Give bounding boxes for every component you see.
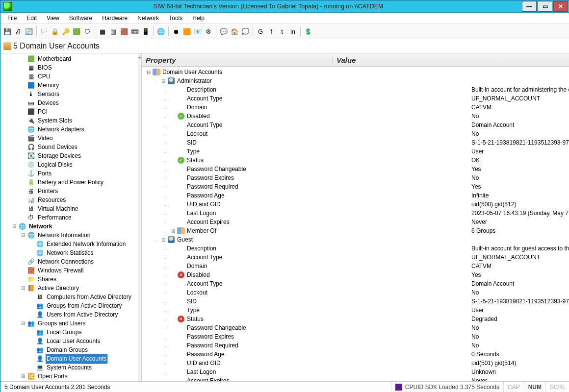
detail-toggle[interactable]: ⊟ [146, 70, 152, 75]
detail-row[interactable]: …⊟Administrator [142, 76, 569, 85]
tree-item[interactable]: 🌐Network Statistics [0, 248, 138, 257]
detail-row[interactable]: …Account TypeUF_NORMAL_ACCOUNT [142, 253, 569, 262]
detail-row[interactable]: …✓StatusOK [142, 156, 569, 165]
detail-row[interactable]: …Password RequiredYes [142, 182, 569, 191]
tree-item[interactable]: 🌐Network Adapters [0, 125, 138, 134]
tree-item[interactable]: 🖴Devices [0, 98, 138, 107]
detail-row[interactable]: …Account ExpiresNever [142, 218, 569, 226]
toolbar-button[interactable]: ▦ [98, 26, 107, 36]
tree-item[interactable]: 👤Users from Active Directory [0, 310, 138, 319]
detail-row[interactable]: …UID and GIDuid(500) gid(512) [142, 200, 569, 209]
tree-item[interactable]: 🖨Printers [0, 187, 138, 196]
tree-item[interactable]: ⏱Performance [0, 213, 138, 222]
menu-file[interactable]: File [2, 14, 22, 23]
detail-row[interactable]: …Password RequiredNo [142, 341, 569, 350]
tree-item[interactable]: 👥Local Groups [0, 328, 138, 337]
toolbar-button[interactable]: 🏳️ [39, 26, 49, 36]
tree-item[interactable]: ⚓Ports [0, 169, 138, 178]
tree-item[interactable]: ⊟👥Groups and Users [0, 319, 138, 328]
toolbar-button[interactable]: 🖨 [13, 26, 23, 36]
detail-row[interactable]: …✓DisabledNo [142, 112, 569, 121]
toolbar-button[interactable]: 📼 [130, 26, 140, 36]
toolbar-button[interactable]: 🟫 [119, 26, 129, 36]
tree-item[interactable]: 👥Domain Groups [0, 345, 138, 354]
detail-row[interactable]: …Password ChangeableYes [142, 165, 569, 173]
menu-network[interactable]: Network [132, 14, 164, 23]
tree-item[interactable]: 👤Domain User Accounts [0, 354, 138, 363]
tree-toggle[interactable]: ⊟ [20, 231, 26, 240]
menu-software[interactable]: Software [64, 14, 97, 23]
detail-row[interactable]: …Last LogonUnknown [142, 368, 569, 376]
detail-row[interactable]: …✕DisabledYes [142, 270, 569, 279]
tree-item[interactable]: 🎬Video [0, 134, 138, 143]
toolbar-button[interactable]: 🔄 [24, 26, 34, 36]
detail-row[interactable]: …Account TypeUF_NORMAL_ACCOUNT [142, 94, 569, 103]
tree-item[interactable]: 🟦Memory [0, 81, 138, 90]
detail-row[interactable]: …⊞Member Of6 Groups [142, 226, 569, 235]
tree-scroll[interactable]: 🟩Motherboard▦BIOS▥CPU🟦Memory🌡Sensors🖴Dev… [0, 53, 138, 381]
close-button[interactable]: ✕ [553, 1, 568, 12]
toolbar-button[interactable]: 📧 [193, 26, 203, 36]
toolbar-button[interactable]: t [277, 26, 287, 36]
tree-item[interactable]: 🌡Sensors [0, 90, 138, 98]
toolbar-button[interactable]: ▥ [108, 26, 118, 36]
tree-item[interactable]: 📁Shares [0, 275, 138, 284]
tree-toggle[interactable]: ⊞ [20, 372, 26, 381]
detail-row[interactable]: …Account TypeDomain Account [142, 279, 569, 288]
toolbar-button[interactable]: 🔒 [50, 26, 60, 36]
toolbar-button[interactable]: ⚙ [204, 26, 213, 36]
detail-row[interactable]: …Last Logon2023-05-07 16:43:19 (Sunday, … [142, 209, 569, 218]
detail-row[interactable]: …Password Age0 Seconds [142, 350, 569, 359]
tree-item[interactable]: ⊞🔀Open Ports [0, 372, 138, 381]
detail-row[interactable]: …Password ExpiresNo [142, 332, 569, 341]
detail-row[interactable]: …LockoutNo [142, 288, 569, 297]
tree-item[interactable]: ⊟📙Active Directory [0, 284, 138, 293]
tree-item[interactable]: 🔌System Slots [0, 116, 138, 125]
detail-toggle[interactable]: ⊞ [170, 228, 176, 234]
tree-item[interactable]: ⊟🌐Network Information [0, 231, 138, 240]
detail-row[interactable]: …SIDS-1-5-21-193819821-1193512393-978025… [142, 138, 569, 147]
toolbar-button[interactable]: 🟧 [182, 26, 192, 36]
detail-row[interactable]: ⊟Domain User Accounts [142, 68, 569, 76]
tree-toggle[interactable]: ⊟ [20, 284, 26, 293]
tree-item[interactable]: ⬛PCI [0, 107, 138, 116]
detail-row[interactable]: …DomainCATVM [142, 262, 569, 270]
toolbar-button[interactable]: 💭 [240, 26, 250, 36]
tree-item[interactable]: 🔋Battery and Power Policy [0, 178, 138, 187]
detail-row[interactable]: …TypeUser [142, 147, 569, 156]
tree-toggle[interactable]: ⊟ [11, 222, 17, 231]
col-property[interactable]: Property [142, 56, 333, 64]
tree-item[interactable]: 🎧Sound Devices [0, 143, 138, 151]
tree-item[interactable]: 🖥Virtual Machine [0, 204, 138, 213]
minimize-button[interactable]: — [522, 1, 537, 12]
toolbar-button[interactable]: 💲 [303, 26, 313, 36]
tree-item[interactable]: ▥CPU [0, 72, 138, 81]
detail-row[interactable]: …⊟Guest [142, 235, 569, 244]
tree-item[interactable]: 📊Resources [0, 196, 138, 204]
tree-item[interactable]: 🟩Motherboard [0, 54, 138, 63]
detail-row[interactable]: …UID and GIDuid(501) gid(514) [142, 359, 569, 368]
toolbar-button[interactable]: 🔑 [61, 26, 71, 36]
tree-item[interactable]: ▦BIOS [0, 63, 138, 72]
maximize-button[interactable]: ▭ [538, 1, 552, 12]
toolbar-button[interactable]: f [266, 26, 276, 36]
toolbar-button[interactable]: 🏠 [230, 26, 239, 36]
toolbar-button[interactable]: 🛡 [82, 26, 92, 36]
detail-row[interactable]: …Password ExpiresNo [142, 173, 569, 182]
detail-row[interactable]: …✕StatusDegraded [142, 315, 569, 323]
tree-item[interactable]: 👤Local User Accounts [0, 337, 138, 345]
detail-row[interactable]: …SIDS-1-5-21-193819821-1193512393-978025… [142, 297, 569, 306]
menu-hardware[interactable]: Hardware [97, 14, 132, 23]
col-value[interactable]: Value [333, 56, 569, 64]
detail-row[interactable]: …Account TypeDomain Account [142, 121, 569, 129]
tree-item[interactable]: 💿Logical Disks [0, 160, 138, 169]
detail-row[interactable]: …DescriptionBuilt-in account for adminis… [142, 85, 569, 94]
tree-toggle[interactable]: ⊟ [20, 319, 26, 328]
toolbar-button[interactable]: G [256, 26, 265, 36]
detail-row[interactable]: …DescriptionBuilt-in account for guest a… [142, 244, 569, 253]
tree-item[interactable]: 💻System Accounts [0, 363, 138, 372]
detail-toggle[interactable]: ⊟ [160, 237, 166, 243]
toolbar-button[interactable]: 📱 [141, 26, 151, 36]
menu-view[interactable]: View [42, 14, 64, 23]
toolbar-button[interactable]: 🌐 [156, 26, 166, 36]
